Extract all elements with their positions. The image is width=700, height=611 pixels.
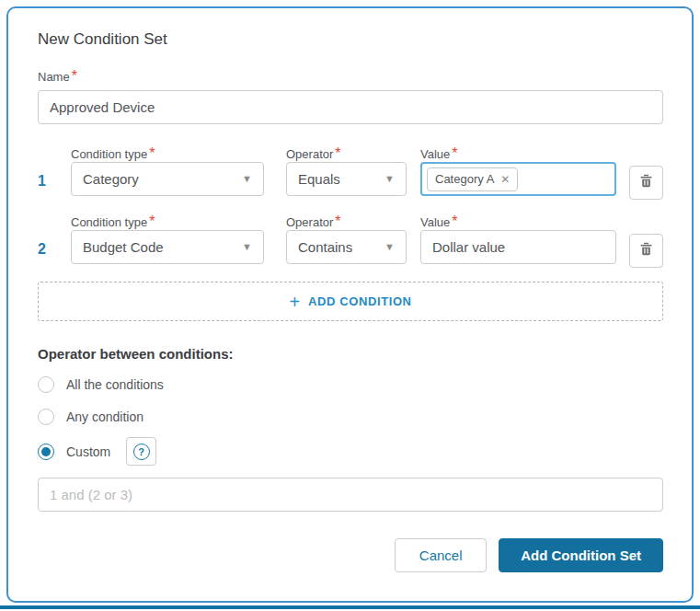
delete-condition-button[interactable]: [629, 234, 663, 268]
chevron-down-icon: ▼: [242, 242, 252, 252]
chevron-down-icon: ▼: [384, 174, 395, 184]
new-condition-set-dialog: New Condition Set Name* 1 Condition type…: [6, 6, 694, 603]
condition-type-value: Category: [83, 171, 139, 187]
add-condition-set-button[interactable]: Add Condition Set: [499, 538, 663, 572]
name-label: Name*: [38, 68, 663, 85]
radio-row-all-conditions: All the conditions: [38, 375, 663, 394]
operator-group: Operator* Contains ▼: [286, 213, 407, 268]
operator-label: Operator*: [286, 145, 407, 162]
value-label: Value*: [420, 145, 616, 162]
radio-label: Custom: [66, 444, 110, 459]
value-input[interactable]: Category A ✕: [420, 162, 616, 196]
operator-select[interactable]: Equals ▼: [286, 162, 407, 196]
value-group: Value*: [420, 213, 616, 268]
operator-value: Contains: [298, 239, 352, 255]
condition-number: 1: [38, 145, 71, 200]
chip-label: Category A: [435, 172, 494, 186]
required-asterisk: *: [452, 145, 457, 161]
required-asterisk: *: [452, 213, 457, 229]
condition-type-label: Condition type*: [71, 145, 264, 162]
cancel-button[interactable]: Cancel: [395, 538, 487, 572]
operator-select[interactable]: Contains ▼: [286, 230, 407, 264]
condition-type-select[interactable]: Budget Code ▼: [71, 230, 264, 264]
page-bottom-divider: [0, 605, 700, 609]
radio-row-custom: Custom ?: [38, 437, 663, 466]
radio-custom[interactable]: [38, 444, 54, 460]
operator-group: Operator* Equals ▼: [286, 145, 407, 200]
value-group: Value* Category A ✕: [420, 145, 616, 200]
condition-type-select[interactable]: Category ▼: [71, 162, 264, 196]
name-input[interactable]: [38, 90, 663, 124]
condition-type-group: Condition type* Category ▼: [71, 145, 264, 200]
page-title: New Condition Set: [38, 30, 663, 49]
required-asterisk: *: [149, 213, 155, 229]
condition-row-2: 2 Condition type* Budget Code ▼ Operator…: [38, 213, 663, 268]
delete-condition-button[interactable]: [629, 166, 663, 200]
required-asterisk: *: [335, 213, 340, 229]
operator-value: Equals: [298, 171, 340, 187]
dialog-footer: Cancel Add Condition Set: [38, 538, 663, 572]
required-asterisk: *: [149, 145, 155, 161]
value-input[interactable]: [420, 230, 616, 264]
custom-expression-wrap: [38, 478, 663, 512]
help-button[interactable]: ?: [126, 437, 156, 466]
radio-all-conditions[interactable]: [38, 376, 54, 393]
required-asterisk: *: [72, 68, 77, 84]
condition-type-value: Budget Code: [83, 239, 164, 255]
operator-between-title: Operator between conditions:: [38, 346, 663, 362]
radio-row-any-condition: Any condition: [38, 408, 663, 426]
condition-type-label: Condition type*: [71, 213, 264, 230]
add-condition-button[interactable]: + ADD CONDITION: [38, 282, 663, 321]
value-label: Value*: [420, 213, 616, 230]
chevron-down-icon: ▼: [242, 174, 252, 184]
name-field-block: Name*: [38, 68, 663, 124]
condition-type-group: Condition type* Budget Code ▼: [71, 213, 264, 268]
chevron-down-icon: ▼: [384, 242, 395, 252]
trash-icon: [639, 174, 653, 191]
radio-any-condition[interactable]: [38, 409, 54, 425]
condition-number: 2: [38, 213, 71, 268]
radio-label: All the conditions: [66, 377, 164, 392]
add-condition-label: ADD CONDITION: [308, 294, 412, 308]
trash-icon: [639, 242, 653, 259]
custom-expression-input[interactable]: [38, 478, 663, 512]
conditions-list: 1 Condition type* Category ▼ Operator* E…: [38, 145, 663, 268]
radio-label: Any condition: [66, 409, 143, 424]
value-chip: Category A ✕: [427, 167, 518, 191]
operator-label: Operator*: [286, 213, 407, 230]
operator-between-section: Operator between conditions: All the con…: [38, 346, 663, 512]
required-asterisk: *: [335, 145, 340, 161]
condition-row-1: 1 Condition type* Category ▼ Operator* E…: [38, 145, 663, 200]
plus-icon: +: [289, 293, 300, 311]
chip-remove-icon[interactable]: ✕: [500, 173, 510, 186]
help-icon: ?: [133, 444, 150, 460]
